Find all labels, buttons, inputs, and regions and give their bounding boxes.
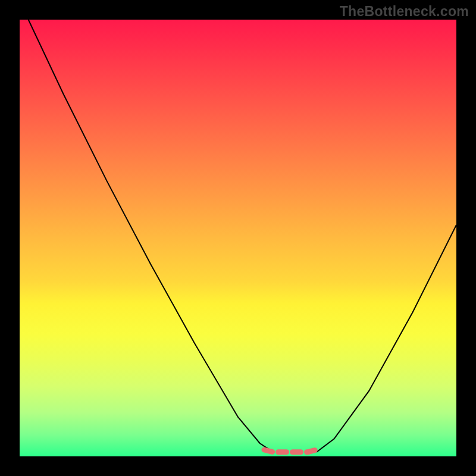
curve-layer [20, 20, 456, 456]
plot-area [20, 20, 456, 456]
flat-segment [264, 450, 317, 452]
chart-frame: TheBottleneck.com [0, 0, 476, 476]
watermark-text: TheBottleneck.com [340, 4, 469, 20]
left-curve [29, 20, 273, 452]
right-curve [317, 225, 456, 452]
